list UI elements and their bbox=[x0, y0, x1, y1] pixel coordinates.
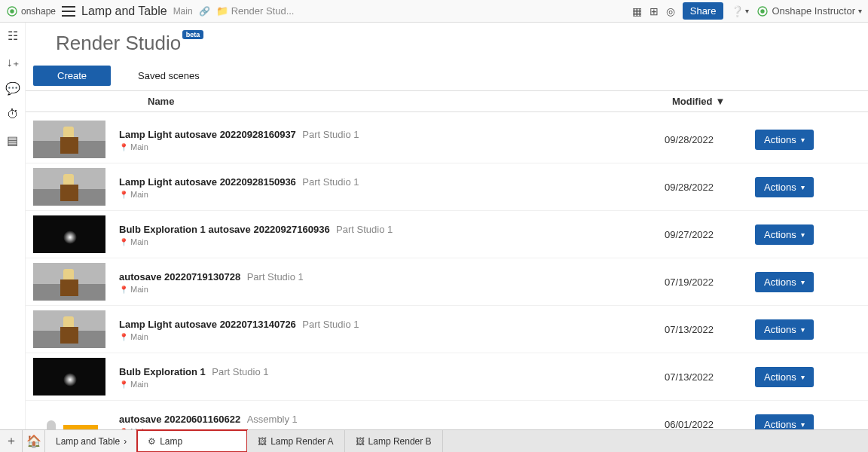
link-icon[interactable]: 🔗 bbox=[199, 6, 210, 17]
scene-actions-cell: Actions ▾ bbox=[755, 272, 860, 292]
rail-doc-icon[interactable]: ▤ bbox=[7, 133, 18, 148]
rail-timer-icon[interactable]: ⏱ bbox=[7, 108, 19, 121]
chevron-right-icon: › bbox=[124, 436, 127, 447]
add-tab-button[interactable]: ＋ bbox=[0, 430, 23, 452]
scene-row[interactable]: autosave 20220719130728 Part Studio 1 📍 … bbox=[26, 258, 868, 306]
document-version[interactable]: Main bbox=[173, 6, 193, 17]
table-header: Name Modified ▼ bbox=[26, 91, 868, 112]
scene-subtitle: Part Studio 1 bbox=[212, 366, 268, 377]
scene-branch: Main bbox=[130, 142, 148, 151]
column-actions bbox=[763, 96, 868, 107]
caret-down-icon: ▾ bbox=[858, 7, 862, 15]
breadcrumb-folder[interactable]: 📁 Render Stud... bbox=[216, 5, 295, 17]
target-icon[interactable]: ◎ bbox=[666, 5, 675, 17]
rail-comment-icon[interactable]: 💬 bbox=[5, 81, 20, 96]
scene-title: autosave 20220719130728 bbox=[119, 271, 240, 282]
breadcrumb-text: Render Stud... bbox=[231, 5, 295, 17]
scene-row[interactable]: Bulb Exploration 1 autosave 202209271609… bbox=[26, 211, 868, 258]
page-header: Render Studio beta bbox=[26, 23, 868, 61]
scene-branch: Main bbox=[130, 237, 148, 246]
scene-modified: 09/28/2022 bbox=[665, 182, 755, 193]
scene-actions-cell: Actions ▾ bbox=[755, 130, 860, 150]
scene-actions-cell: Actions ▾ bbox=[755, 224, 860, 245]
image-icon: 🖼 bbox=[258, 436, 267, 447]
share-button[interactable]: Share bbox=[683, 2, 724, 20]
actions-button[interactable]: Actions ▾ bbox=[755, 319, 814, 340]
scene-actions-cell: Actions ▾ bbox=[755, 414, 860, 430]
actions-label: Actions bbox=[764, 134, 796, 145]
scene-modified: 07/13/2022 bbox=[665, 324, 755, 335]
scene-title: Lamp Light autosave 20220928160937 bbox=[119, 129, 296, 140]
scene-meta: 📍 Main bbox=[119, 190, 665, 199]
document-title[interactable]: Lamp and Table bbox=[81, 5, 167, 18]
scene-row[interactable]: autosave 20220601160622 Assembly 1 📍 Mai… bbox=[26, 401, 868, 429]
actions-button[interactable]: Actions ▾ bbox=[755, 177, 814, 197]
brand-logo[interactable]: onshape bbox=[6, 5, 56, 17]
column-modified[interactable]: Modified ▼ bbox=[672, 96, 763, 107]
page-title-text: Render Studio bbox=[56, 32, 181, 54]
scene-thumbnail bbox=[33, 215, 105, 253]
actions-button[interactable]: Actions ▾ bbox=[755, 272, 814, 292]
tab-lamp-render-a[interactable]: 🖼 Lamp Render A bbox=[247, 430, 344, 452]
scenes-list[interactable]: Lamp Light autosave 20220928160937 Part … bbox=[26, 116, 868, 429]
beta-badge: beta bbox=[182, 30, 204, 39]
scene-info: Lamp Light autosave 20220928160937 Part … bbox=[119, 127, 665, 151]
scene-info: Bulb Exploration 1 autosave 202209271609… bbox=[119, 222, 665, 246]
actions-button[interactable]: Actions ▾ bbox=[755, 130, 814, 150]
pin-icon: 📍 bbox=[119, 191, 128, 199]
actions-button[interactable]: Actions ▾ bbox=[755, 414, 814, 430]
grid-icon[interactable]: ▦ bbox=[632, 5, 642, 17]
scene-title: Lamp Light autosave 20220713140726 bbox=[119, 319, 296, 330]
column-name[interactable]: Name bbox=[148, 96, 672, 107]
scene-info: autosave 20220601160622 Assembly 1 📍 Mai… bbox=[119, 412, 665, 429]
caret-down-icon: ▾ bbox=[801, 278, 805, 286]
scene-actions-cell: Actions ▾ bbox=[755, 367, 860, 387]
menu-icon[interactable] bbox=[62, 6, 75, 17]
actions-label: Actions bbox=[764, 371, 796, 383]
bottom-tab-bar: ＋ 🏠 Lamp and Table › ⚙ Lamp 🖼 Lamp Rende… bbox=[0, 429, 868, 452]
scene-subtitle: Part Studio 1 bbox=[336, 224, 393, 235]
caret-down-icon: ▾ bbox=[801, 231, 805, 239]
user-menu[interactable]: Onshape Instructor ▾ bbox=[756, 5, 862, 17]
caret-down-icon: ▾ bbox=[801, 325, 805, 334]
home-tab-button[interactable]: 🏠 bbox=[23, 430, 45, 452]
scene-meta: 📍 Main bbox=[119, 380, 665, 389]
help-dropdown[interactable]: ❔ ▾ bbox=[731, 5, 749, 17]
actions-label: Actions bbox=[764, 324, 796, 335]
scene-modified: 07/19/2022 bbox=[665, 276, 755, 288]
saved-scenes-tab[interactable]: Saved scenes bbox=[138, 70, 200, 81]
scene-title: Bulb Exploration 1 bbox=[119, 366, 206, 377]
scene-thumbnail bbox=[33, 405, 105, 429]
scene-title: Lamp Light autosave 20220928150936 bbox=[119, 176, 296, 188]
scene-row[interactable]: Bulb Exploration 1 Part Studio 1 📍 Main … bbox=[26, 353, 868, 401]
actions-button[interactable]: Actions ▾ bbox=[755, 224, 814, 245]
tab-root[interactable]: Lamp and Table › bbox=[45, 430, 137, 452]
scene-row[interactable]: Lamp Light autosave 20220928150936 Part … bbox=[26, 163, 868, 211]
image-icon: 🖼 bbox=[356, 436, 365, 447]
scene-info: Lamp Light autosave 20220928150936 Part … bbox=[119, 175, 665, 199]
scene-thumbnail bbox=[33, 121, 105, 158]
actions-button[interactable]: Actions ▾ bbox=[755, 367, 814, 387]
scene-subtitle: Part Studio 1 bbox=[302, 129, 359, 140]
toolbar-row: Create Saved scenes bbox=[26, 61, 868, 91]
pin-icon: 📍 bbox=[119, 238, 128, 246]
pin-icon: 📍 bbox=[119, 143, 128, 151]
scene-row[interactable]: Lamp Light autosave 20220928160937 Part … bbox=[26, 116, 868, 163]
apps-icon[interactable]: ⊞ bbox=[649, 5, 659, 17]
actions-label: Actions bbox=[764, 276, 796, 288]
brand-text: onshape bbox=[21, 6, 56, 17]
create-button[interactable]: Create bbox=[33, 66, 111, 86]
actions-label: Actions bbox=[764, 419, 796, 430]
user-name: Onshape Instructor bbox=[772, 5, 855, 17]
tab-lamp[interactable]: ⚙ Lamp bbox=[137, 430, 247, 452]
main-area: Render Studio beta Create Saved scenes N… bbox=[26, 23, 868, 429]
scene-thumbnail bbox=[33, 263, 105, 301]
rail-tree-icon[interactable]: ☷ bbox=[8, 29, 18, 43]
rail-add-icon[interactable]: ↓₊ bbox=[7, 55, 19, 69]
scene-row[interactable]: Lamp Light autosave 20220713140726 Part … bbox=[26, 306, 868, 353]
scene-branch: Main bbox=[130, 190, 148, 199]
actions-label: Actions bbox=[764, 229, 796, 240]
scene-meta: 📍 Main bbox=[119, 237, 665, 246]
tab-lamp-render-b[interactable]: 🖼 Lamp Render B bbox=[345, 430, 443, 452]
scene-thumbnail bbox=[33, 310, 105, 348]
